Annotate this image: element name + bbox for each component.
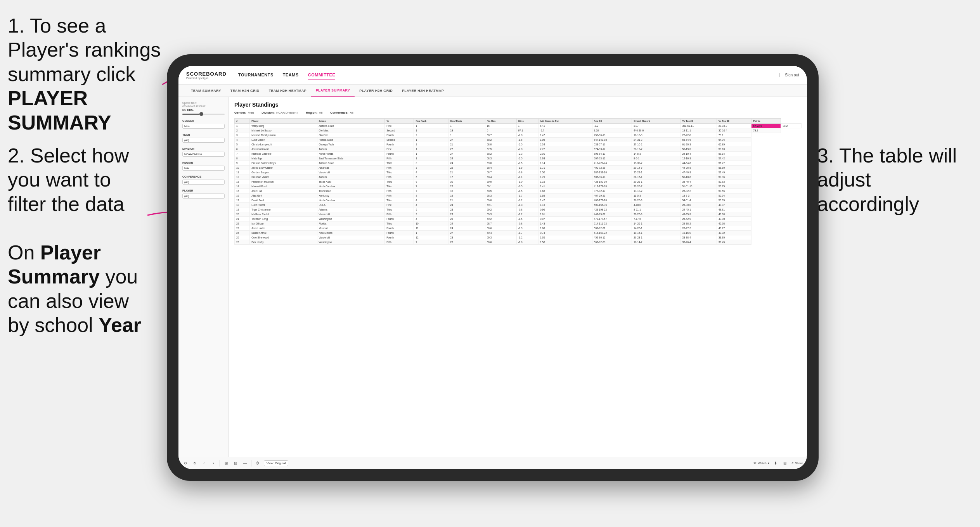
sub-nav-team-h2h-grid[interactable]: TEAM H2H GRID bbox=[226, 85, 264, 97]
table-cell: 8-6-1 bbox=[632, 156, 680, 161]
filter-region-input[interactable]: N/A bbox=[182, 166, 225, 171]
table-cell: 1 bbox=[448, 124, 485, 128]
table-cell: 25-42-9 bbox=[680, 217, 717, 221]
table-body: 1Wenyi DingArizona StateFirst1115167.1-3… bbox=[235, 124, 802, 245]
nav-committee[interactable]: COMMITTEE bbox=[308, 71, 336, 79]
table-cell: 56.60 bbox=[717, 166, 751, 170]
sub-nav-player-h2h-grid[interactable]: PLAYER H2H GRID bbox=[355, 85, 397, 97]
table-row: 25Cole SherwoodVanderbiltFourth122369.3-… bbox=[235, 235, 802, 240]
table-cell: 616-168-22 bbox=[592, 231, 632, 235]
table-cell: 24 bbox=[448, 161, 485, 166]
sub-nav-player-summary[interactable]: PLAYER SUMMARY bbox=[311, 85, 355, 97]
toolbar-clock-icon[interactable]: ⏱ bbox=[255, 460, 261, 467]
toolbar-settings-icon[interactable]: ⊞ bbox=[782, 460, 788, 467]
table-cell: 22 bbox=[448, 166, 485, 170]
table-cell: Kentucky bbox=[317, 194, 385, 198]
table-cell: 18 bbox=[448, 189, 485, 194]
table-cell: 23 bbox=[448, 217, 485, 221]
table-cell: Stanford bbox=[317, 133, 385, 138]
sub-nav-player-h2h-heatmap[interactable]: PLAYER H2H HEATMAP bbox=[397, 85, 448, 97]
filter-conference-input[interactable]: (All) bbox=[182, 180, 225, 185]
table-cell: 1 bbox=[414, 128, 448, 133]
toolbar-download-icon[interactable]: ⬇ bbox=[772, 460, 779, 467]
table-cell: 40.27 bbox=[717, 226, 751, 231]
table-cell: 1.13 bbox=[538, 203, 592, 207]
table-cell: -2.0 bbox=[516, 147, 538, 152]
table-cell: 7 bbox=[414, 189, 448, 194]
table-cell: 15 bbox=[485, 124, 516, 128]
table-cell: 562-82-23 bbox=[592, 240, 632, 245]
table-cell: 6 bbox=[414, 180, 448, 184]
table-row: 2Michael Le SassoOle MissSecond118067.1-… bbox=[235, 128, 802, 133]
col-conf-rank: Conf Rank bbox=[448, 119, 485, 124]
filter-gender-input[interactable]: Men bbox=[182, 124, 225, 129]
toolbar-back-icon[interactable]: ‹ bbox=[201, 460, 207, 467]
toolbar-watch-btn[interactable]: 👁 Watch ▾ bbox=[753, 461, 769, 465]
toolbar-undo-icon[interactable]: ↺ bbox=[182, 460, 189, 467]
table-cell: 533-57-16 bbox=[592, 142, 632, 147]
nav-tournaments[interactable]: TOURNAMENTS bbox=[238, 71, 274, 79]
table-cell: 26-23-1 bbox=[632, 235, 680, 240]
table-cell: 56.77 bbox=[717, 161, 751, 166]
toolbar-paste-icon[interactable]: ⊟ bbox=[232, 460, 239, 467]
table-row: 24Bastien AmatNew MexicoFourth12769.4-1.… bbox=[235, 231, 802, 235]
toolbar-divider1 bbox=[220, 460, 220, 467]
table-cell: 22 bbox=[235, 221, 250, 226]
table-cell: 4 bbox=[235, 138, 250, 142]
table-cell: 23 bbox=[448, 207, 485, 212]
table-cell: 39.95 bbox=[717, 235, 751, 240]
table-cell: Fifth bbox=[385, 166, 414, 170]
table-cell: 22-22-0 bbox=[680, 133, 717, 138]
table-cell: 0.74 bbox=[538, 231, 592, 235]
table-cell: 1 bbox=[414, 138, 448, 142]
table-cell: 1 bbox=[414, 152, 448, 156]
table-cell: Florida State bbox=[317, 138, 385, 142]
nav-teams[interactable]: TEAMS bbox=[283, 71, 299, 79]
table-cell: Fifth bbox=[385, 194, 414, 198]
toolbar-share-btn[interactable]: ↗ Share bbox=[791, 461, 803, 465]
table-cell: 46.98 bbox=[717, 212, 751, 217]
tablet-screen: SCOREBOARD Powered by clippa TOURNAMENTS… bbox=[178, 66, 807, 469]
table-cell: 49-35-9 bbox=[680, 212, 717, 217]
table-cell: 69.1 bbox=[485, 184, 516, 189]
slider-track[interactable] bbox=[182, 114, 225, 115]
toolbar-redo-icon[interactable]: ↻ bbox=[192, 460, 198, 467]
table-cell: Georgia Tech bbox=[317, 142, 385, 147]
table-cell: -1.7 bbox=[516, 231, 538, 235]
instruction-step2-text: 2. Select how you want to filter the dat… bbox=[8, 144, 129, 215]
bottom-toolbar: ↺ ↻ ‹ › ⊞ ⊟ — ⏱ View: Original 👁 Watch ▾… bbox=[178, 457, 807, 469]
toolbar-view-original[interactable]: View: Original bbox=[264, 460, 288, 466]
slider-thumb[interactable] bbox=[199, 112, 203, 116]
table-cell: 1.61 bbox=[538, 212, 592, 217]
filter-chip-conference: Conference: All bbox=[330, 111, 353, 114]
table-cell: 23 bbox=[448, 235, 485, 240]
filter-year-input[interactable]: (All) bbox=[182, 138, 225, 143]
table-cell: 2 bbox=[414, 133, 448, 138]
table-cell: Third bbox=[385, 161, 414, 166]
table-cell: Tennessee bbox=[317, 189, 385, 194]
table-cell: 69.2 bbox=[485, 217, 516, 221]
sub-nav-team-h2h-heatmap[interactable]: TEAM H2H HEATMAP bbox=[264, 85, 311, 97]
toolbar-forward-icon[interactable]: › bbox=[210, 460, 216, 467]
table-cell: 7 bbox=[414, 184, 448, 189]
table-cell: -1.7 bbox=[516, 194, 538, 198]
table-cell: Fifth bbox=[385, 212, 414, 217]
table-cell: Fourth bbox=[385, 217, 414, 221]
sign-out-link[interactable]: Sign out bbox=[785, 73, 799, 77]
filter-region-label: Region bbox=[182, 161, 225, 164]
table-cell: 50.75 bbox=[717, 184, 751, 189]
table-cell: 7-17-5 bbox=[632, 217, 680, 221]
table-cell: Fourth bbox=[385, 235, 414, 240]
table-row: 6Jackson KoivunAuburnFirst12767.5-2.02.7… bbox=[235, 147, 802, 152]
filter-player-input[interactable]: (All) bbox=[182, 194, 225, 199]
toolbar-dash-icon[interactable]: — bbox=[242, 460, 248, 467]
table-cell: 1.43 bbox=[538, 221, 592, 226]
gender-chip-label: Gender: bbox=[234, 111, 246, 114]
toolbar-copy-icon[interactable]: ⊞ bbox=[223, 460, 229, 467]
filter-division-input[interactable]: NCAA Division I bbox=[182, 152, 225, 157]
filter-display-row: Gender: Men Division: NCAA Division I Re… bbox=[234, 111, 802, 114]
table-cell: 1.15 bbox=[538, 180, 592, 184]
table-cell: 514-111-52 bbox=[592, 221, 632, 226]
sub-nav-team-summary[interactable]: TEAM SUMMARY bbox=[186, 85, 226, 97]
table-cell: 8 bbox=[414, 194, 448, 198]
